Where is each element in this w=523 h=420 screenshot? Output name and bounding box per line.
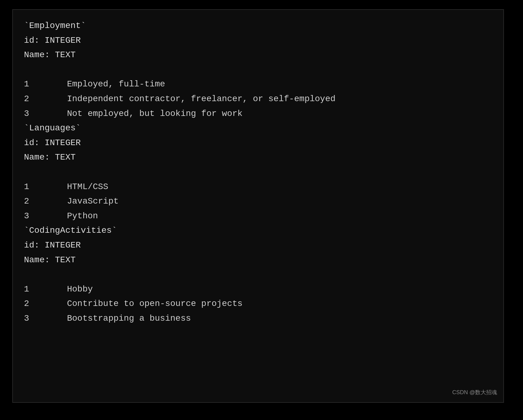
- employment-row-1: 1 Employed, full-time: [24, 77, 492, 92]
- employment-row-3: 3 Not employed, but looking for work: [24, 106, 492, 121]
- employment-field-id: id: INTEGER: [24, 33, 492, 48]
- languages-row-3: 3 Python: [24, 209, 492, 224]
- languages-row-2: 2 JavaScript: [24, 194, 492, 209]
- coding-activities-field-name: Name: TEXT: [24, 253, 492, 267]
- languages-field-name: Name: TEXT: [24, 150, 492, 165]
- watermark-text: CSDN @数大招魂: [452, 388, 497, 397]
- coding-activities-row-1: 1 Hobby: [24, 282, 492, 297]
- employment-table-name: `Employment`: [24, 18, 492, 33]
- coding-activities-field-id: id: INTEGER: [24, 238, 492, 253]
- coding-activities-table-name: `CodingActivities`: [24, 223, 492, 238]
- languages-table-name: `Languages`: [24, 121, 492, 136]
- employment-row-2: 2 Independent contractor, freelancer, or…: [24, 92, 492, 106]
- code-block: `Employment` id: INTEGER Name: TEXT 1 Em…: [12, 9, 504, 403]
- employment-field-name: Name: TEXT: [24, 48, 492, 62]
- languages-row-1: 1 HTML/CSS: [24, 180, 492, 194]
- languages-field-id: id: INTEGER: [24, 136, 492, 150]
- coding-activities-row-3: 3 Bootstrapping a business: [24, 311, 492, 326]
- coding-activities-row-2: 2 Contribute to open-source projects: [24, 296, 492, 311]
